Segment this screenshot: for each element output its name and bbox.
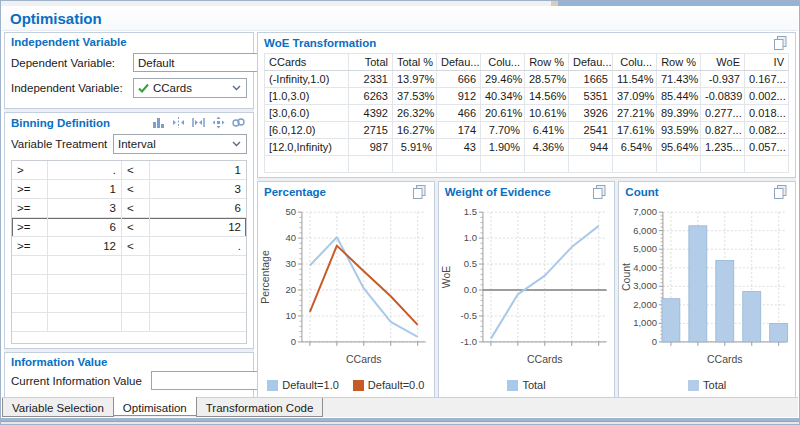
bin-op2[interactable]: < — [122, 161, 150, 180]
copy-button[interactable] — [772, 185, 789, 199]
woe-cell[interactable]: 6.41% — [525, 122, 569, 139]
woe-row-3[interactable]: [6.0,12.0)271516.27%1747.70%6.41%254117.… — [265, 122, 789, 139]
woe-cell[interactable]: 43 — [437, 139, 481, 156]
woe-cell[interactable]: 2331 — [349, 71, 393, 88]
woe-cell[interactable]: (-Infinity,1.0) — [265, 71, 349, 88]
woe-cell[interactable]: 27.21% — [613, 105, 657, 122]
woe-cell[interactable]: 5351 — [569, 88, 613, 105]
woe-cell[interactable]: 37.09% — [613, 88, 657, 105]
split-bin-icon-button[interactable] — [170, 116, 187, 129]
woe-cell[interactable]: 5.91% — [393, 139, 437, 156]
bin-op2[interactable]: < — [122, 237, 150, 256]
bin-op1[interactable]: >= — [12, 218, 48, 237]
woe-col-header[interactable]: Defau... — [437, 54, 481, 71]
woe-cell[interactable]: [1.0,3.0) — [265, 88, 349, 105]
woe-cell[interactable]: -0.0839 — [701, 88, 745, 105]
woe-row-0[interactable]: (-Infinity,1.0)233113.97%66629.46%28.57%… — [265, 71, 789, 88]
woe-row-4[interactable]: [12.0,Infinity)9875.91%431.90%4.36%9446.… — [265, 139, 789, 156]
woe-cell[interactable]: 1665 — [569, 71, 613, 88]
woe-cell[interactable]: 26.32% — [393, 105, 437, 122]
bin-lower[interactable]: . — [48, 161, 122, 180]
woe-cell[interactable]: 95.64% — [657, 139, 701, 156]
woe-cell[interactable]: 37.53% — [393, 88, 437, 105]
bin-op1[interactable]: >= — [12, 237, 48, 256]
woe-col-header[interactable]: Row % — [525, 54, 569, 71]
variable-treatment-select[interactable]: Interval — [113, 134, 247, 154]
woe-cell[interactable]: 85.44% — [657, 88, 701, 105]
woe-cell[interactable]: 2541 — [569, 122, 613, 139]
independent-variable-select[interactable]: CCards — [133, 78, 247, 98]
woe-cell[interactable]: 14.56% — [525, 88, 569, 105]
woe-cell[interactable]: 944 — [569, 139, 613, 156]
woe-cell[interactable]: 912 — [437, 88, 481, 105]
woe-cell[interactable]: 13.97% — [393, 71, 437, 88]
bin-upper[interactable]: 6 — [150, 199, 246, 218]
bin-lower[interactable]: 6 — [48, 218, 122, 237]
woe-cell[interactable]: 71.43% — [657, 71, 701, 88]
link-bins-icon-button[interactable] — [230, 116, 247, 129]
tab-variable-selection[interactable]: Variable Selection — [2, 398, 114, 417]
histogram-icon-button[interactable] — [150, 116, 167, 129]
woe-cell[interactable]: 0.082... — [745, 122, 789, 139]
bin-lower[interactable]: 1 — [48, 180, 122, 199]
tab-transformation-code[interactable]: Transformation Code — [196, 398, 324, 417]
woe-cell[interactable]: 987 — [349, 139, 393, 156]
woe-cell[interactable]: 0.827... — [701, 122, 745, 139]
woe-cell[interactable]: 0.167... — [745, 71, 789, 88]
tab-optimisation[interactable]: Optimisation — [113, 397, 197, 416]
bin-op1[interactable]: >= — [12, 180, 48, 199]
bin-upper[interactable]: 1 — [150, 161, 246, 180]
bin-upper[interactable]: 3 — [150, 180, 246, 199]
bin-lower[interactable]: 12 — [48, 237, 122, 256]
bin-upper[interactable]: 12 — [150, 218, 246, 237]
woe-cell[interactable]: 6263 — [349, 88, 393, 105]
woe-cell[interactable]: 666 — [437, 71, 481, 88]
woe-col-header[interactable]: CCards — [265, 54, 349, 71]
woe-col-header[interactable]: WoE — [701, 54, 745, 71]
woe-col-header[interactable]: IV — [745, 54, 789, 71]
woe-col-header[interactable]: Total — [349, 54, 393, 71]
woe-col-header[interactable]: Defau... — [569, 54, 613, 71]
bin-row-3[interactable]: >=6<12 — [12, 218, 246, 237]
woe-cell[interactable]: 20.61% — [481, 105, 525, 122]
woe-cell[interactable]: 16.27% — [393, 122, 437, 139]
woe-cell[interactable]: 29.46% — [481, 71, 525, 88]
woe-cell[interactable]: 6.54% — [613, 139, 657, 156]
woe-cell[interactable]: 3926 — [569, 105, 613, 122]
woe-cell[interactable]: 1.90% — [481, 139, 525, 156]
bin-op1[interactable]: >= — [12, 199, 48, 218]
woe-cell[interactable]: 174 — [437, 122, 481, 139]
woe-cell[interactable]: [3.0,6.0) — [265, 105, 349, 122]
woe-cell[interactable]: 4392 — [349, 105, 393, 122]
woe-col-header[interactable]: Colu... — [613, 54, 657, 71]
woe-cell[interactable]: 89.39% — [657, 105, 701, 122]
bin-row-4[interactable]: >=12<. — [12, 237, 246, 256]
woe-cell[interactable]: [12.0,Infinity) — [265, 139, 349, 156]
bin-upper[interactable]: . — [150, 237, 246, 256]
woe-col-header[interactable]: Colu... — [481, 54, 525, 71]
copy-button[interactable] — [772, 36, 789, 50]
bin-op2[interactable]: < — [122, 218, 150, 237]
bin-lower[interactable]: 3 — [48, 199, 122, 218]
woe-cell[interactable]: -0.937 — [701, 71, 745, 88]
woe-cell[interactable]: [6.0,12.0) — [265, 122, 349, 139]
copy-button[interactable] — [591, 185, 608, 199]
bin-op1[interactable]: > — [12, 161, 48, 180]
woe-cell[interactable]: 466 — [437, 105, 481, 122]
woe-cell[interactable]: 28.57% — [525, 71, 569, 88]
bin-op2[interactable]: < — [122, 199, 150, 218]
woe-col-header[interactable]: Total % — [393, 54, 437, 71]
copy-button[interactable] — [411, 185, 428, 199]
woe-cell[interactable]: 10.61% — [525, 105, 569, 122]
woe-cell[interactable]: 0.018... — [745, 105, 789, 122]
woe-cell[interactable]: 7.70% — [481, 122, 525, 139]
woe-cell[interactable]: 40.34% — [481, 88, 525, 105]
equal-bins-icon-button[interactable] — [210, 116, 227, 129]
woe-cell[interactable]: 0.057... — [745, 139, 789, 156]
woe-cell[interactable]: 4.36% — [525, 139, 569, 156]
woe-cell[interactable]: 17.61% — [613, 122, 657, 139]
bin-row-1[interactable]: >=1<3 — [12, 180, 246, 199]
woe-row-2[interactable]: [3.0,6.0)439226.32%46620.61%10.61%392627… — [265, 105, 789, 122]
woe-cell[interactable]: 0.277... — [701, 105, 745, 122]
woe-cell[interactable]: 11.54% — [613, 71, 657, 88]
